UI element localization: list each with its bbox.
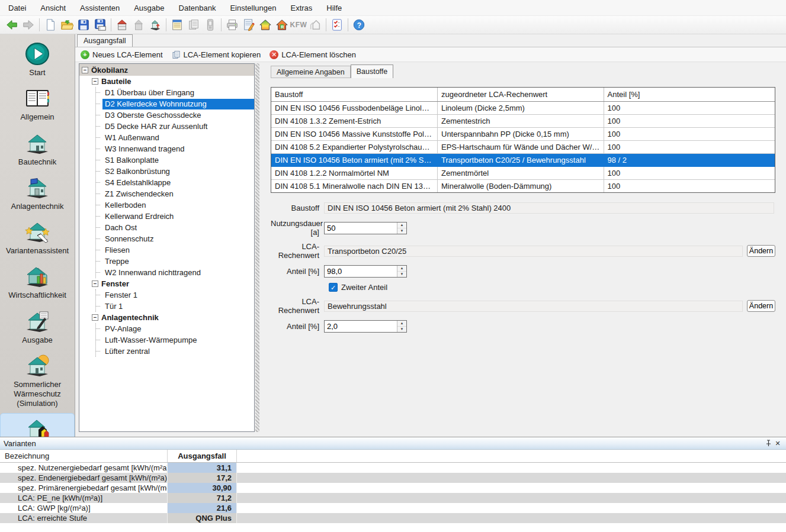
spin-down-icon[interactable]: ▼ — [397, 327, 406, 332]
tree-section-bauteile[interactable]: − Bauteile — [79, 76, 254, 87]
column-baustoff[interactable]: Baustoff — [271, 88, 438, 101]
spin-up-icon[interactable]: ▲ — [397, 266, 406, 272]
varianten-row[interactable]: spez. Nutzenergiebedarf gesamt [kWh/(m²a… — [0, 463, 786, 473]
save-icon[interactable] — [75, 17, 92, 33]
renovation-house-icon[interactable]: R — [274, 17, 290, 33]
anteil2-input[interactable] — [325, 321, 397, 332]
sidebar-item-oekobilanz[interactable]: Ökobilanz — [1, 414, 74, 437]
pin-icon[interactable] — [763, 439, 773, 448]
mobile-device-icon[interactable] — [202, 17, 219, 33]
tree-item[interactable]: D3 Oberste Geschossdecke — [96, 109, 254, 121]
sidebar-item-bautechnik[interactable]: Bautechnik — [1, 127, 74, 170]
aendern-button-2[interactable]: Ändern — [747, 300, 775, 312]
table-row[interactable]: DIN 4108 1.3.2 Zement-EstrichZementestri… — [271, 114, 775, 127]
building-outline-icon[interactable] — [307, 17, 323, 33]
tree-detail-splitter[interactable] — [255, 63, 259, 432]
column-ausgangsfall[interactable]: Ausgangsfall — [168, 450, 237, 462]
table-row[interactable]: DIN 4108 5.2 Expandierter Polystyrolscha… — [271, 140, 775, 153]
varianten-row[interactable]: LCA: GWP [kg/(m²a)] 21,6 — [0, 503, 786, 513]
table-row-selected[interactable]: DIN EN ISO 10456 Beton armiert (mit 2% S… — [271, 153, 775, 166]
table-row[interactable]: DIN 4108 5.1 Mineralwolle nach DIN EN 13… — [271, 179, 775, 192]
tab-allgemeine-angaben[interactable]: Allgemeine Angaben — [271, 66, 351, 78]
tree-section-anlagentechnik[interactable]: − Anlagentechnik — [79, 312, 254, 323]
collapse-icon[interactable]: − — [82, 67, 88, 73]
tree-item[interactable]: Kellerwand Erdreich — [96, 211, 254, 222]
column-anteil[interactable]: Anteil [%] — [604, 88, 775, 101]
menu-datei[interactable]: Datei — [1, 1, 33, 15]
menu-hilfe[interactable]: Hilfe — [319, 1, 349, 15]
sidebar-item-anlagentechnik[interactable]: Anlagentechnik — [1, 172, 74, 215]
tree-item[interactable]: S4 Edelstahlklappe — [96, 177, 254, 188]
building-icon[interactable] — [114, 17, 130, 33]
forward-icon[interactable] — [20, 17, 37, 33]
spin-up-icon[interactable]: ▲ — [397, 321, 406, 327]
tree-item-selected[interactable]: D2 Kellerdecke Wohnnutzung — [96, 98, 254, 109]
menu-ausgabe[interactable]: Ausgabe — [127, 1, 171, 15]
tree-item[interactable]: W3 Innenwand tragend — [96, 143, 254, 154]
tree-item[interactable]: Dach Ost — [96, 222, 254, 233]
tree-root-oekobilanz[interactable]: − Ökobilanz — [79, 64, 254, 76]
copy-lca-element-button[interactable]: LCA-Element kopieren — [169, 49, 266, 61]
checklist-icon[interactable] — [329, 17, 345, 33]
tree-item[interactable]: Z1 Zwischendecken — [96, 188, 254, 199]
report-copy-icon[interactable] — [185, 17, 202, 33]
help-icon[interactable]: ? — [351, 17, 367, 33]
sidebar-item-allgemein[interactable]: Allgemein — [1, 82, 74, 125]
menu-assistenten[interactable]: Assistenten — [73, 1, 127, 15]
collapse-icon[interactable]: − — [92, 314, 98, 321]
tree-item[interactable]: W1 Außenwand — [96, 132, 254, 143]
spin-down-icon[interactable]: ▼ — [397, 228, 406, 234]
zweiter-anteil-checkbox[interactable]: ✓ — [329, 283, 338, 292]
tree-item[interactable]: S1 Balkonplatte — [96, 154, 254, 166]
sidebar-item-wirtschaftlichkeit[interactable]: Wirtschaftlichkeit — [1, 260, 74, 304]
collapse-icon[interactable]: − — [92, 280, 98, 287]
energy-certificate-icon[interactable] — [257, 17, 274, 33]
column-rechenwert[interactable]: zugeordneter LCA-Rechenwert — [438, 88, 604, 101]
notepad-icon[interactable] — [169, 17, 185, 33]
sidebar-item-variantenassistent[interactable]: Variantenassistent — [1, 216, 74, 259]
spin-up-icon[interactable]: ▲ — [397, 223, 406, 228]
building-disabled-icon[interactable] — [130, 17, 147, 33]
tab-baustoffe[interactable]: Baustoffe — [351, 65, 394, 78]
menu-ansicht[interactable]: Ansicht — [33, 1, 73, 15]
tree-item[interactable]: Kellerboden — [96, 199, 254, 211]
varianten-row[interactable]: LCA: erreichte Stufe QNG Plus — [0, 513, 786, 523]
tree-item[interactable]: Luft-Wasser-Wärmepumpe — [96, 334, 254, 346]
new-lca-element-button[interactable]: + Neues LCA-Element — [78, 49, 168, 61]
sidebar-item-ausgabe[interactable]: Ausgabe — [1, 305, 74, 349]
table-row[interactable]: DIN 4108 1.2.2 Normalmörtel NMZementmört… — [271, 166, 775, 179]
back-icon[interactable] — [4, 17, 20, 33]
varianten-row[interactable]: LCA: PE_ne [kWh/(m²a)] 71,2 — [0, 493, 786, 503]
menu-extras[interactable]: Extras — [283, 1, 319, 15]
delete-lca-element-button[interactable]: ✕ LCA-Element löschen — [267, 49, 361, 61]
tab-ausgangsfall[interactable]: Ausgangsfall — [77, 34, 133, 47]
varianten-row[interactable]: spez. Endenergiebedarf gesamt [kWh/(m²a)… — [0, 473, 786, 483]
nutzungsdauer-input[interactable] — [325, 223, 397, 234]
document-edit-icon[interactable] — [240, 17, 257, 33]
save-as-icon[interactable]: I — [92, 17, 108, 33]
print-icon[interactable] — [224, 17, 240, 33]
tree-item[interactable]: Treppe — [96, 256, 254, 267]
tree-item[interactable]: Tür 1 — [96, 301, 254, 312]
building-export-icon[interactable] — [147, 17, 163, 33]
tree-item[interactable]: D5 Decke HAR zur Aussenluft — [96, 121, 254, 132]
sidebar-item-start[interactable]: Start — [1, 38, 74, 81]
tree-item[interactable]: Lüfter zentral — [96, 346, 254, 357]
kfw-icon[interactable]: KFW — [290, 17, 307, 33]
tree-item[interactable]: S2 Balkonbrüstung — [96, 166, 254, 177]
tree-item[interactable]: Sonnenschutz — [96, 233, 254, 244]
tree-item[interactable]: Fenster 1 — [96, 289, 254, 301]
table-row[interactable]: DIN EN ISO 10456 Fussbodenbeläge Linoleu… — [271, 101, 775, 114]
menu-datenbank[interactable]: Datenbank — [172, 1, 223, 15]
table-row[interactable]: DIN EN ISO 10456 Massive Kunststoffe Pol… — [271, 127, 775, 140]
collapse-icon[interactable]: − — [92, 78, 98, 85]
column-bezeichnung[interactable]: Bezeichnung — [0, 450, 168, 462]
open-folder-icon[interactable] — [59, 17, 75, 33]
spin-down-icon[interactable]: ▼ — [397, 272, 406, 277]
sidebar-item-sommerlicher-waermeschutz[interactable]: Sommerlicher Wärmeschutz (Simulation) — [1, 350, 74, 412]
aendern-button-1[interactable]: Ändern — [747, 245, 775, 257]
varianten-row[interactable]: spez. Primärenergiebedarf gesamt [kWh/(m… — [0, 483, 786, 493]
menu-einstellungen[interactable]: Einstellungen — [223, 1, 283, 15]
close-icon[interactable]: ✕ — [773, 439, 782, 448]
tree-item[interactable]: PV-Anlage — [96, 323, 254, 334]
